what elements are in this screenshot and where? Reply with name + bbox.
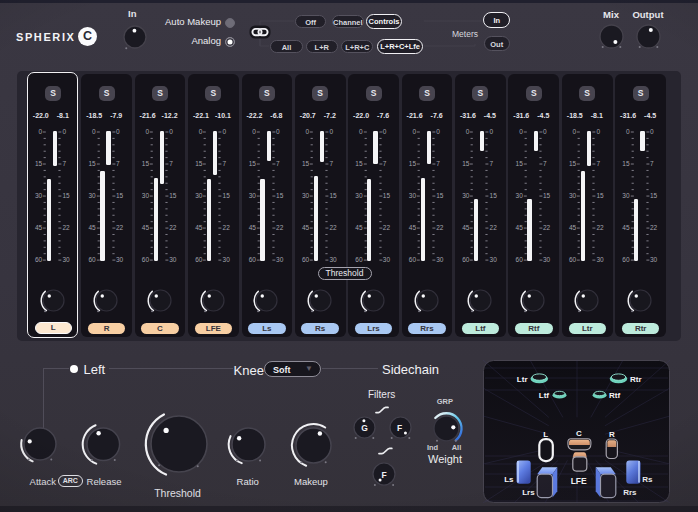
- svg-text:LFE: LFE: [571, 475, 587, 485]
- svg-text:Rrs: Rrs: [623, 488, 637, 497]
- svg-text:Ls: Ls: [504, 475, 514, 484]
- svg-text:C: C: [576, 428, 582, 437]
- svg-text:L: L: [543, 429, 548, 438]
- svg-text:Rtf: Rtf: [609, 391, 620, 400]
- svg-text:Rtr: Rtr: [630, 374, 642, 383]
- svg-text:Ltr: Ltr: [517, 374, 528, 383]
- svg-text:Ltf: Ltf: [539, 391, 550, 400]
- svg-text:Lrs: Lrs: [522, 488, 535, 497]
- svg-text:R: R: [609, 430, 615, 439]
- svg-text:Rs: Rs: [642, 475, 653, 484]
